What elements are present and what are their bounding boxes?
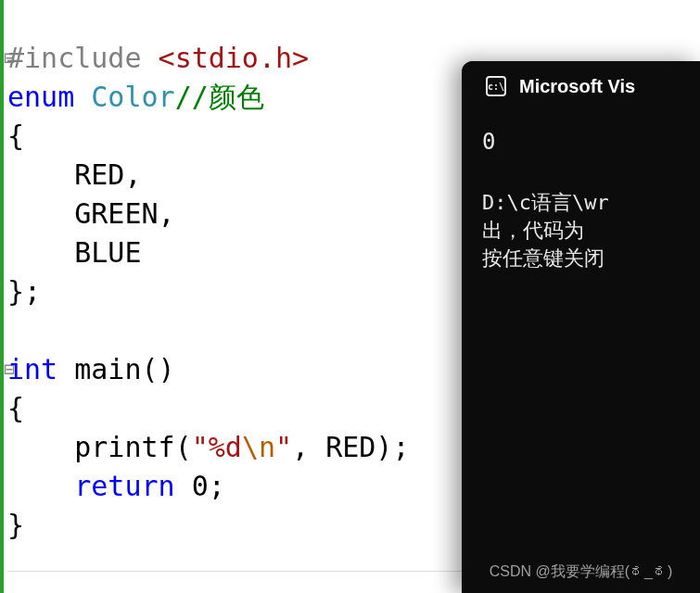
code-line: RED, — [7, 156, 410, 195]
terminal-title: Microsoft Vis — [519, 76, 635, 97]
terminal-line: 按任意键关闭 — [482, 245, 680, 272]
code-line: #include <stdio.h> — [7, 39, 410, 78]
code-line: } — [7, 506, 410, 545]
terminal-icon: c:\ — [486, 76, 506, 96]
code-line: }; — [7, 272, 410, 311]
code-line: return 0; — [7, 467, 410, 506]
code-line: enum Color//颜色 — [7, 78, 410, 117]
code-line: int main() — [7, 350, 410, 389]
code-line: { — [7, 389, 410, 428]
code-line: { — [7, 117, 410, 156]
code-line: printf("%d\n", RED); — [7, 428, 410, 467]
watermark-text: CSDN @我要学编程(ಥ_ಥ) — [462, 562, 700, 582]
change-marker-bar — [0, 0, 4, 593]
terminal-line: D:\c语言\wr — [482, 189, 680, 217]
terminal-output: 0 D:\c语言\wr 出，代码为 按任意键关闭 — [462, 111, 700, 272]
terminal-line: 0 — [482, 128, 680, 156]
terminal-titlebar[interactable]: c:\ Microsoft Vis — [462, 61, 700, 111]
terminal-line: 出，代码为 — [482, 217, 680, 245]
code-content: #include <stdio.h>enum Color//颜色{ RED, G… — [7, 0, 410, 593]
terminal-window[interactable]: c:\ Microsoft Vis 0 D:\c语言\wr 出，代码为 按任意键… — [462, 61, 700, 593]
code-line: GREEN, — [7, 195, 410, 233]
code-line — [7, 311, 410, 350]
code-line: BLUE — [7, 233, 410, 272]
